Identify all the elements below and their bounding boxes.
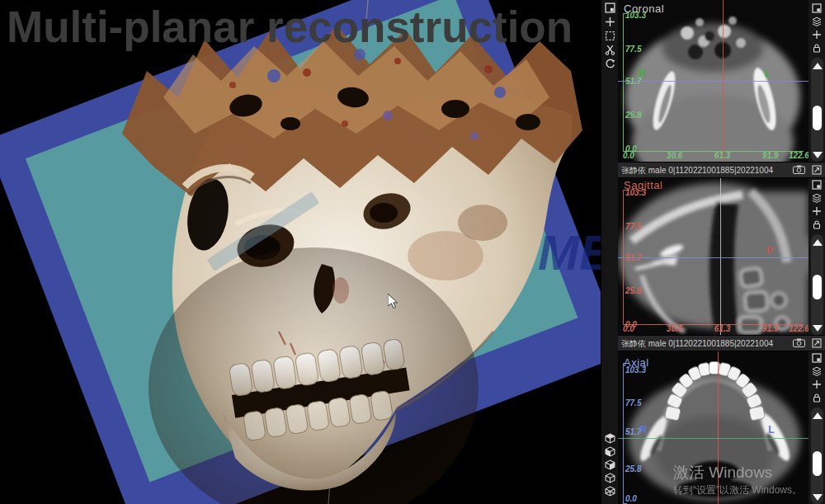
orientation-marker-right: L — [768, 424, 774, 436]
axial-view-panel: Axial 103.3 77.5 51.7 25.8 0.0 R L 激活 Wi… — [617, 350, 825, 504]
view-cube-5-icon[interactable] — [601, 485, 618, 497]
view-cube-4-icon[interactable] — [601, 472, 618, 484]
x-tick: 61.3 — [714, 324, 730, 333]
y-tick: 25.8 — [625, 286, 641, 295]
lock-icon[interactable] — [808, 218, 825, 230]
layers-icon[interactable] — [808, 191, 825, 204]
windows-activation-subtext: 转到“设置”以激活 Windows。 — [673, 483, 802, 497]
patient-info-text: 张静依 male 0|1120221001885|20221004 — [621, 165, 773, 177]
x-tick: 91.9 — [762, 151, 778, 160]
scroll-up-arrow[interactable] — [813, 412, 823, 419]
orientation-marker-posterior: P — [766, 245, 773, 257]
camera-icon[interactable] — [793, 338, 805, 347]
windows-activation-text: 激活 Windows — [673, 462, 772, 483]
marquee-select-icon[interactable] — [601, 30, 618, 42]
view-cube-2-icon[interactable] — [601, 445, 618, 458]
y-tick: 103.3 — [625, 10, 646, 19]
y-tick: 51.7 — [625, 427, 641, 436]
scroll-down-arrow[interactable] — [813, 494, 823, 501]
scroll-thumb[interactable] — [813, 106, 822, 130]
x-tick: 122.6 — [789, 151, 808, 160]
camera-icon[interactable] — [793, 165, 805, 174]
sagittal-tool-column — [808, 177, 825, 335]
logo-watermark: MED — [538, 224, 601, 281]
add-icon[interactable] — [808, 378, 825, 390]
crosshair-vertical[interactable] — [720, 177, 721, 335]
add-icon[interactable] — [808, 205, 825, 217]
x-tick: 91.9 — [762, 324, 778, 333]
layers-icon[interactable] — [808, 15, 825, 27]
y-tick: 25.8 — [625, 464, 641, 473]
patient-info-bar: 张静依 male 0|1120221001885|20221004 — [617, 335, 825, 351]
lock-icon[interactable] — [808, 391, 825, 403]
skull — [122, 25, 582, 504]
x-tick: 30.6 — [667, 324, 682, 333]
rotate-icon[interactable] — [601, 58, 618, 70]
y-tick: 103.3 — [625, 188, 646, 197]
fullscreen-resize-icon[interactable] — [812, 165, 822, 175]
patient-info-text: 张静依 male 0|1120221001885|20221004 — [621, 338, 773, 350]
coronal-view-panel: Coronal 103.3 77.5 51.7 25.8 0.0 0.0 30.… — [617, 0, 825, 162]
volume-3d-view[interactable]: Multi-planar reconstruction — [0, 0, 601, 504]
main-toolbar-strip — [601, 0, 618, 504]
patient-info-bar: 张静依 male 0|1120221001885|20221004 — [617, 162, 825, 178]
fullscreen-icon[interactable] — [808, 178, 825, 191]
fullscreen-resize-icon[interactable] — [812, 338, 822, 348]
sagittal-image[interactable]: Sagittal 103.3 77.5 51.7 25.8 0.0 0.0 30… — [617, 177, 808, 335]
fullscreen-icon[interactable] — [808, 2, 825, 14]
x-tick: 122.6 — [789, 324, 808, 333]
crosshair-horizontal[interactable] — [617, 438, 808, 439]
sagittal-ct-slice — [617, 177, 808, 335]
y-tick: 103.3 — [625, 365, 646, 374]
mouse-cursor — [388, 294, 399, 310]
crosshair-horizontal[interactable] — [617, 257, 808, 258]
x-tick: 30.6 — [667, 151, 682, 160]
y-tick: 77.5 — [625, 44, 641, 53]
lock-icon[interactable] — [808, 41, 825, 54]
y-tick: 25.8 — [625, 111, 641, 120]
orientation-marker-left: R — [640, 424, 648, 436]
slice-scrollbar[interactable] — [811, 234, 823, 335]
view-cube-3-icon[interactable] — [601, 459, 618, 471]
crosshair-add-icon[interactable] — [601, 16, 618, 28]
scroll-thumb[interactable] — [813, 451, 822, 476]
cut-icon[interactable] — [601, 44, 618, 56]
y-ruler — [623, 13, 624, 152]
coronal-image[interactable]: Coronal 103.3 77.5 51.7 25.8 0.0 0.0 30.… — [617, 0, 808, 162]
y-tick: 0.0 — [625, 493, 637, 502]
y-ruler — [623, 363, 624, 504]
axial-image[interactable]: Axial 103.3 77.5 51.7 25.8 0.0 R L 激活 Wi… — [617, 350, 808, 504]
x-tick: 61.3 — [714, 151, 730, 160]
slice-scrollbar[interactable] — [811, 58, 823, 162]
y-tick: 77.5 — [625, 398, 641, 407]
sagittal-view-panel: Sagittal 103.3 77.5 51.7 25.8 0.0 0.0 30… — [617, 177, 825, 335]
crosshair-horizontal[interactable] — [617, 81, 808, 82]
view-cube-1-icon[interactable] — [601, 432, 618, 445]
orientation-marker-left: R — [639, 68, 646, 79]
add-icon[interactable] — [808, 28, 825, 40]
coronal-tool-column — [808, 0, 825, 162]
y-tick: 51.7 — [625, 252, 641, 261]
layers-icon[interactable] — [808, 365, 825, 377]
expand-icon[interactable] — [601, 2, 618, 14]
scroll-up-arrow[interactable] — [813, 239, 823, 246]
title-watermark: Multi-planar reconstruction — [7, 2, 573, 52]
orientation-marker-right: L — [765, 68, 771, 79]
x-tick: 0.0 — [623, 324, 634, 333]
scroll-down-arrow[interactable] — [813, 152, 823, 158]
y-tick: 77.5 — [625, 221, 641, 230]
fullscreen-icon[interactable] — [808, 351, 825, 364]
x-tick: 0.0 — [623, 151, 634, 160]
scroll-down-arrow[interactable] — [813, 325, 823, 332]
scroll-up-arrow[interactable] — [813, 63, 823, 69]
scroll-thumb[interactable] — [813, 275, 822, 299]
axial-tool-column — [808, 350, 825, 504]
skull-3d-render — [0, 0, 601, 504]
mpr-panel: Coronal 103.3 77.5 51.7 25.8 0.0 0.0 30.… — [617, 0, 825, 504]
slice-scrollbar[interactable] — [811, 407, 823, 504]
